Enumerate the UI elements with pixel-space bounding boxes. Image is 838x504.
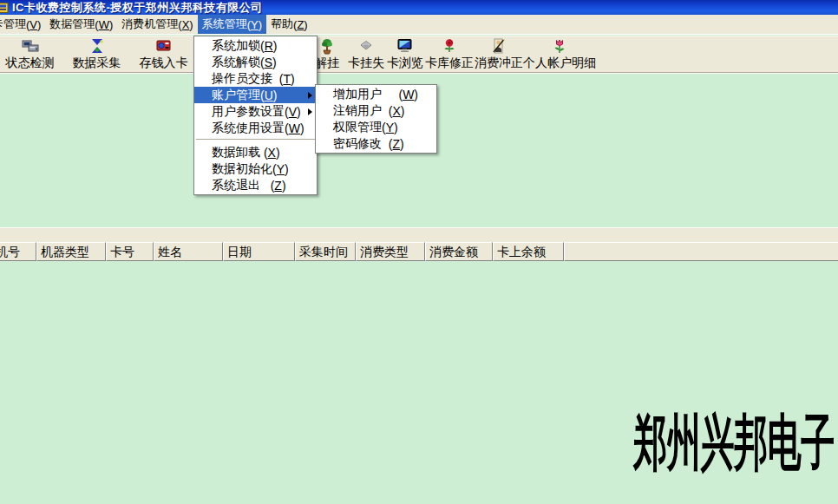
column-header-machine-type[interactable]: 机器类型 <box>36 242 106 261</box>
menu-item-system-unlock[interactable]: 系统解锁S <box>194 54 317 70</box>
column-header-machine-no[interactable]: 机号 <box>0 242 36 261</box>
menubar-item-card-management[interactable]: 卡管理V <box>0 15 45 34</box>
column-header-collect-time[interactable]: 采集时间 <box>295 242 356 261</box>
tree-icon <box>318 37 336 55</box>
menu-item-user-parameter-settings[interactable]: 用户参数设置V <box>194 103 317 120</box>
column-header-consume-type[interactable]: 消费类型 <box>356 242 425 261</box>
toolbar-button-data-collect[interactable]: 数据采集 <box>63 37 130 72</box>
menu-item-permission-management[interactable]: 权限管理Y <box>316 119 436 135</box>
submenu-arrow-icon <box>308 108 312 115</box>
menubar-item-consumer-machine-management[interactable]: 消费机管理X <box>117 15 197 34</box>
tulip-icon <box>551 37 568 55</box>
menu-item-system-usage-settings[interactable]: 系统使用设置W <box>194 120 317 136</box>
column-header-name[interactable]: 姓名 <box>154 242 223 261</box>
menubar: 卡管理V 数据管理W 消费机管理X 系统管理Y 帮助Z <box>0 15 838 35</box>
column-header-date[interactable]: 日期 <box>223 242 295 261</box>
menubar-item-data-management[interactable]: 数据管理W <box>45 15 117 34</box>
grid-header-row: 机号 机器类型 卡号 姓名 日期 采集时间 消费类型 消费金额 卡上余额 <box>0 242 838 261</box>
menubar-item-help[interactable]: 帮助Z <box>266 15 312 34</box>
menu-item-data-unload[interactable]: 数据卸载 X <box>194 144 317 160</box>
column-header-consume-amount[interactable]: 消费金额 <box>425 242 493 261</box>
column-header-filler <box>564 242 838 261</box>
column-header-card-no[interactable]: 卡号 <box>106 242 154 261</box>
window-title: IC卡收费控制系统-授权于郑州兴邦科技有限公司 <box>12 0 263 16</box>
toolbar-button-status-check[interactable]: 状态检测 <box>0 37 63 72</box>
monitor-icon <box>396 37 414 55</box>
titlebar: IC卡收费控制系统-授权于郑州兴邦科技有限公司 <box>0 0 838 15</box>
toolbar-button-personal-account-detail[interactable]: 个人帐户明细 <box>518 37 601 72</box>
menu-item-data-initialization[interactable]: 数据初始化Y <box>194 160 317 177</box>
toolbar-button-deposit-card[interactable]: 存钱入卡 <box>130 37 197 72</box>
menu-item-password-change[interactable]: 密码修改 Z <box>316 135 436 152</box>
gem-icon <box>357 37 375 55</box>
menu-item-add-user[interactable]: 增加用户 W <box>316 86 436 102</box>
data-grid-panel: 机号 机器类型 卡号 姓名 日期 采集时间 消费类型 消费金额 卡上余额 <box>0 227 838 261</box>
menu-item-operator-handover[interactable]: 操作员交接 T <box>194 70 317 87</box>
rose-icon <box>441 37 458 55</box>
menu-separator <box>194 136 317 144</box>
system-management-menu: 系统加锁R 系统解锁S 操作员交接 T 账户管理U 用户参数设置V 系统使用设置… <box>193 36 318 195</box>
deposit-card-icon <box>155 37 173 55</box>
account-management-submenu: 增加用户 W 注销用户 X 权限管理Y 密码修改 Z <box>315 84 437 154</box>
column-header-card-balance[interactable]: 卡上余额 <box>493 242 564 261</box>
submenu-arrow-icon <box>308 92 312 99</box>
app-icon <box>0 2 10 14</box>
vendor-watermark: 郑州兴邦电子 <box>633 411 835 474</box>
menu-item-system-lock[interactable]: 系统加锁R <box>194 37 317 54</box>
data-collect-icon <box>88 37 106 55</box>
application-window: IC卡收费控制系统-授权于郑州兴邦科技有限公司 卡管理V 数据管理W 消费机管理… <box>0 0 838 504</box>
menu-item-deregister-user[interactable]: 注销用户 X <box>316 102 436 119</box>
menu-item-account-management[interactable]: 账户管理U <box>194 87 317 103</box>
person-edit-icon <box>490 37 507 55</box>
menubar-item-system-management[interactable]: 系统管理Y <box>198 15 266 34</box>
toolbar: 状态检测 数据采集 存钱入卡 <box>0 36 838 73</box>
computer-status-icon <box>22 37 39 55</box>
menu-item-system-exit[interactable]: 系统退出 Z <box>194 177 317 193</box>
